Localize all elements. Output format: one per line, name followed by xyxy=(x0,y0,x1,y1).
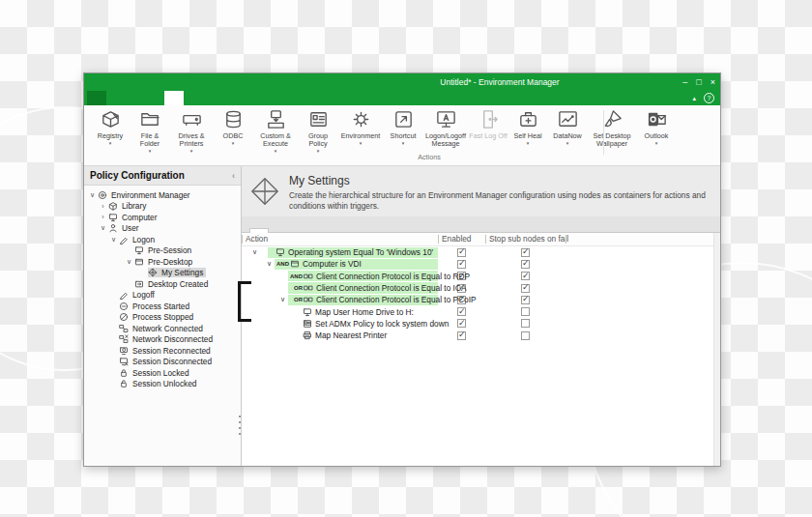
ribbon-button[interactable]: Self Heal ▾ xyxy=(508,108,547,154)
tree-item[interactable]: Session Disconnected xyxy=(108,357,241,368)
tree-item-body: Network Connected xyxy=(119,324,206,333)
menu-tab[interactable] xyxy=(106,91,126,105)
tree-item[interactable]: Session Unlocked xyxy=(108,379,241,390)
row-expander-icon[interactable]: ∨ xyxy=(249,248,260,256)
tree-item[interactable]: Pre-Session xyxy=(124,245,241,257)
tree-item[interactable]: Desktop Created xyxy=(124,278,241,290)
stop-sub-nodes-checkbox[interactable] xyxy=(521,248,530,257)
tab[interactable] xyxy=(269,228,286,232)
ribbon-button[interactable]: Custom & Execute ▾ xyxy=(253,108,298,154)
ribbon-button-icon xyxy=(478,108,500,130)
tree-expander-icon[interactable]: › xyxy=(98,203,108,210)
tree-item[interactable]: Process Started xyxy=(108,301,241,312)
tree-expander-icon[interactable]: ∨ xyxy=(108,236,119,244)
node-diamond-icon xyxy=(249,174,280,211)
ribbon-button-label: File & Folder xyxy=(140,132,160,148)
ribbon-button[interactable]: ODBC ▾ xyxy=(214,108,252,154)
row-expander-icon[interactable]: ∨ xyxy=(264,260,275,268)
tree-item-icon xyxy=(119,334,131,344)
tree-item[interactable]: Session Reconnected xyxy=(108,345,241,357)
stop-sub-nodes-checkbox[interactable] xyxy=(521,331,530,340)
tree-item[interactable]: › Computer xyxy=(98,212,241,223)
panel-splitter[interactable] xyxy=(239,416,241,439)
table-row[interactable]: ∨ OR Client Connection Protocol is Equal… xyxy=(242,294,720,305)
ribbon-button[interactable]: Environment ▾ xyxy=(338,108,383,154)
table-row[interactable]: Map User Home Drive to H: xyxy=(242,305,720,317)
tree-item[interactable]: My Settings xyxy=(137,268,241,279)
menu-tab[interactable] xyxy=(126,91,145,105)
tree-item[interactable]: ∨ Pre-Desktop xyxy=(124,256,241,268)
minimize-button[interactable]: – xyxy=(682,73,687,91)
ribbon-button[interactable]: Set Desktop Wallpaper xyxy=(588,108,636,154)
ribbon-button[interactable]: Logon/Logoff Message xyxy=(423,108,468,154)
ribbon-button[interactable]: Registry ▾ xyxy=(91,108,130,154)
tree-item[interactable]: Process Stopped xyxy=(108,312,241,324)
enabled-checkbox[interactable] xyxy=(457,260,466,269)
tree-item[interactable]: Network Disconnected xyxy=(108,334,241,346)
stop-sub-nodes-checkbox[interactable] xyxy=(521,272,530,280)
stop-sub-nodes-checkbox[interactable] xyxy=(521,296,530,304)
menu-tab[interactable] xyxy=(145,91,164,105)
menu-tab[interactable] xyxy=(87,91,106,105)
ribbon-button[interactable]: Drives & Printers ▾ xyxy=(170,108,213,154)
tree-expander-icon[interactable]: ∨ xyxy=(87,191,98,199)
table-row[interactable]: ∨ Operating system Equal To 'Windows 10' xyxy=(242,246,720,258)
tree-expander-icon[interactable]: ∨ xyxy=(124,258,134,266)
tree-item[interactable]: › Library xyxy=(98,201,241,213)
stop-sub-nodes-checkbox[interactable] xyxy=(521,260,530,269)
enabled-checkbox[interactable] xyxy=(457,248,466,257)
tree-expander-icon[interactable]: › xyxy=(98,214,108,220)
ribbon-button[interactable]: Group Policy ▾ xyxy=(299,108,337,154)
table-row[interactable]: Set ADMx Policy to lock system down xyxy=(242,318,720,330)
ribbon-button[interactable]: File & Folder ▾ xyxy=(130,108,169,154)
menu-tab[interactable] xyxy=(164,91,184,105)
tree-item[interactable]: Network Connected xyxy=(108,323,241,334)
stop-sub-nodes-checkbox[interactable] xyxy=(521,319,530,328)
enabled-checkbox[interactable] xyxy=(457,331,466,340)
collapse-ribbon-icon[interactable]: ▴ xyxy=(692,95,696,102)
ribbon-button[interactable]: Outlook ▾ xyxy=(637,108,676,154)
tree-item-icon xyxy=(108,213,121,222)
ribbon-button[interactable]: Shortcut ▾ xyxy=(384,108,422,154)
menu-tab[interactable] xyxy=(222,91,242,105)
help-icon[interactable]: ? xyxy=(704,93,714,103)
tree-item[interactable]: ∨ Environment Manager xyxy=(87,189,241,201)
vertical-scrollbar[interactable] xyxy=(713,233,720,466)
column-header-action[interactable]: Action xyxy=(242,235,438,244)
ribbon-button[interactable]: DataNow ▾ xyxy=(548,108,587,154)
tree-item-label: Environment Manager xyxy=(111,190,190,200)
table-row[interactable]: ∨ AND Computer is VDI xyxy=(242,258,720,270)
tree-expander-icon[interactable]: ∨ xyxy=(98,224,108,232)
row-expander-icon[interactable]: ∨ xyxy=(277,296,288,303)
table-rows: ∨ Operating system Equal To 'Windows 10' xyxy=(242,246,720,341)
navigation-tree: ∨ Environment Manager › Library xyxy=(84,186,241,466)
table-row[interactable]: Map Nearest Printer xyxy=(242,330,720,341)
tree-item-body: Session Reconnected xyxy=(119,346,214,356)
action-cell: Map Nearest Printer xyxy=(242,330,438,341)
ribbon-button-label: Logon/Logoff Message xyxy=(425,132,466,148)
collapse-panel-icon[interactable]: ‹ xyxy=(232,171,235,181)
column-header-stop-sub-nodes[interactable]: Stop sub nodes on fail xyxy=(485,235,566,244)
enabled-checkbox[interactable] xyxy=(457,307,466,316)
table-row[interactable]: OR Client Connection Protocol is Equal t… xyxy=(242,282,720,294)
menu-tab[interactable] xyxy=(242,91,261,105)
menu-tab[interactable] xyxy=(203,91,222,105)
enabled-checkbox[interactable] xyxy=(457,319,466,328)
table-row[interactable]: AND Client Connection Protocol is Equal … xyxy=(242,271,720,282)
tree-item[interactable]: Logoff xyxy=(108,290,241,302)
stop-sub-nodes-checkbox[interactable] xyxy=(521,284,530,293)
page-description: Create the hierarchical structure for an… xyxy=(289,190,710,211)
close-button[interactable]: × xyxy=(710,73,715,91)
column-header-enabled[interactable]: Enabled xyxy=(438,235,485,244)
ribbon-button[interactable]: Fast Log Off xyxy=(469,108,508,154)
stop-sub-nodes-checkbox[interactable] xyxy=(521,307,530,316)
restore-button[interactable]: □ xyxy=(696,73,701,91)
tree-item[interactable]: Session Locked xyxy=(108,367,241,379)
tree-item[interactable]: ∨ User xyxy=(98,223,241,235)
content-area: Policy Configuration ‹ ∨ Environment Man… xyxy=(84,166,720,466)
ribbon-button-icon xyxy=(557,108,579,130)
menu-tab[interactable] xyxy=(184,91,203,105)
tree-item-body: Logon xyxy=(119,235,158,244)
tree-item-body: Environment Manager xyxy=(98,190,193,200)
tree-item[interactable]: ∨ Logon xyxy=(108,234,241,245)
